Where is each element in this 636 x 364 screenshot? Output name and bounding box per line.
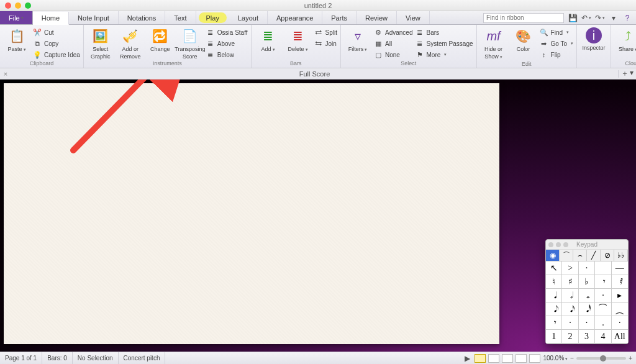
help-icon[interactable]: ?: [622, 13, 632, 23]
zoom-slider[interactable]: [576, 357, 626, 360]
split-bar-button[interactable]: ⮂Split: [314, 27, 337, 37]
keypad-cell[interactable]: ▸: [612, 289, 628, 303]
color-button[interactable]: 🎨 Color: [510, 26, 537, 52]
zoom-out-button[interactable]: −: [570, 355, 574, 362]
share-button[interactable]: ⤴ Share: [614, 26, 636, 53]
copy-button[interactable]: ⧉Copy: [33, 39, 80, 48]
keypad-cell[interactable]: ·: [562, 316, 578, 330]
view-mode-4[interactable]: [516, 354, 527, 363]
document-tab[interactable]: Full Score: [11, 70, 619, 78]
cut-button[interactable]: ✂️Cut: [33, 27, 80, 37]
keypad-cell[interactable]: ⁔: [612, 303, 628, 316]
keypad-titlebar[interactable]: Keypad: [546, 240, 628, 250]
select-graphic-button[interactable]: 🖼️ Select Graphic: [87, 26, 114, 60]
tab-note-input[interactable]: Note Input: [69, 11, 119, 24]
find-in-ribbon-input[interactable]: [483, 13, 564, 23]
advanced-select-button[interactable]: ⚙Advanced: [374, 27, 412, 37]
zoom-value[interactable]: 100.0%: [543, 355, 568, 362]
select-bars-button[interactable]: ≣Bars: [416, 27, 473, 37]
keypad-tab-2[interactable]: ⌒: [560, 250, 573, 261]
undo-icon[interactable]: ↶: [581, 13, 591, 23]
zoom-in-button[interactable]: +: [629, 355, 632, 362]
filters-button[interactable]: ▿ Filters: [344, 26, 371, 53]
tab-notations[interactable]: Notations: [119, 11, 165, 24]
ossia-staff-button[interactable]: ≣Ossia Staff: [206, 27, 248, 37]
goto-button[interactable]: ➡Go To: [540, 39, 574, 48]
inspector-button[interactable]: i Inspector: [580, 26, 607, 51]
view-mode-2[interactable]: [488, 354, 499, 363]
select-more-button[interactable]: ⚑More: [416, 50, 473, 60]
score-canvas[interactable]: Keypad ◉ ⌒ ⌢ ╱ ⊘ ♭♭ ↖>· —♮♯♭𝄾𝅀𝅘𝅥𝅗𝅥𝅝·▸𝅘𝅥𝅮…: [0, 80, 636, 352]
add-or-remove-button[interactable]: 🎺 Add or Remove: [117, 26, 144, 60]
hide-or-show-button[interactable]: mf Hide or Show: [480, 26, 507, 60]
select-all-button[interactable]: ▦All: [374, 39, 412, 48]
tab-menu-button[interactable]: ▾: [630, 68, 634, 79]
tab-file[interactable]: File: [0, 11, 33, 24]
view-mode-3[interactable]: [502, 354, 513, 363]
keypad-voice-3[interactable]: 3: [579, 330, 595, 344]
tab-text[interactable]: Text: [165, 11, 196, 24]
capture-idea-button[interactable]: 💡Capture Idea: [33, 50, 80, 60]
keypad-cell[interactable]: ·: [612, 316, 628, 330]
score-page[interactable]: [4, 83, 499, 344]
flip-button[interactable]: ↕Flip: [540, 50, 574, 60]
keypad-cell[interactable]: >: [562, 262, 578, 275]
delete-bar-button[interactable]: ≣ Delete: [284, 26, 312, 53]
find-button[interactable]: 🔍Find: [540, 27, 574, 37]
concert-pitch-button[interactable]: Concert pitch: [119, 352, 166, 364]
keypad-panel[interactable]: Keypad ◉ ⌒ ⌢ ╱ ⊘ ♭♭ ↖>· —♮♯♭𝄾𝅀𝅘𝅥𝅗𝅥𝅝·▸𝅘𝅥𝅮…: [545, 239, 629, 344]
view-mode-1[interactable]: [475, 354, 486, 363]
keypad-cell[interactable]: ♮: [546, 275, 562, 289]
tab-layout[interactable]: Layout: [229, 11, 268, 24]
select-none-button[interactable]: ▢None: [374, 50, 412, 60]
keypad-cell[interactable]: ♯: [562, 275, 578, 289]
keypad-cell[interactable]: [595, 262, 611, 275]
keypad-cell[interactable]: 𝄾: [595, 275, 611, 289]
tab-view[interactable]: View: [397, 11, 430, 24]
save-icon[interactable]: 💾: [568, 13, 578, 23]
keypad-voice-4[interactable]: 4: [595, 330, 611, 344]
keypad-tab-1[interactable]: ◉: [546, 250, 560, 261]
tab-review[interactable]: Review: [357, 11, 397, 24]
paste-button[interactable]: 📋 Paste: [3, 26, 30, 53]
keypad-voice-all[interactable]: All: [612, 330, 628, 344]
keypad-tab-5[interactable]: ⊘: [601, 250, 614, 261]
tab-home[interactable]: Home: [33, 12, 69, 25]
keypad-cell[interactable]: 𝅗𝅥: [562, 289, 578, 303]
add-staff-below-button[interactable]: ≣Below: [206, 50, 248, 60]
transposing-score-button[interactable]: 📄 Transposing Score: [176, 26, 204, 60]
keypad-cell[interactable]: 𝅘𝅥𝅰: [579, 303, 595, 316]
transport-icon[interactable]: ▶: [462, 353, 472, 363]
tab-appearance[interactable]: Appearance: [268, 11, 322, 24]
keypad-cell[interactable]: ·: [579, 316, 595, 330]
keypad-cell[interactable]: ·: [579, 262, 595, 275]
keypad-cell[interactable]: ♭: [579, 275, 595, 289]
system-passage-button[interactable]: ≣System Passage: [416, 39, 473, 48]
new-tab-button[interactable]: ＋: [621, 68, 629, 79]
view-mode-5[interactable]: [529, 354, 540, 363]
keypad-voice-2[interactable]: 2: [562, 330, 578, 344]
keypad-cell[interactable]: ⁀: [595, 303, 611, 316]
keypad-voice-1[interactable]: 1: [546, 330, 562, 344]
close-doc-tab[interactable]: ×: [0, 70, 11, 78]
keypad-tab-6[interactable]: ♭♭: [614, 250, 628, 261]
keypad-cell[interactable]: ↖: [546, 262, 562, 275]
keypad-cell[interactable]: 𝅘𝅥𝅯: [562, 303, 578, 316]
keypad-cell[interactable]: 𝅀: [612, 275, 628, 289]
join-bar-button[interactable]: ⮀Join: [314, 39, 337, 48]
keypad-cell[interactable]: 𝅘𝅥: [546, 289, 562, 303]
keypad-cell[interactable]: 𝄾: [546, 316, 562, 330]
keypad-cell[interactable]: .: [595, 316, 611, 330]
keypad-cell[interactable]: —: [612, 262, 628, 275]
add-bar-button[interactable]: ≣ Add: [255, 26, 282, 53]
tab-parts[interactable]: Parts: [322, 11, 357, 24]
change-instrument-button[interactable]: 🔁 Change: [147, 26, 174, 52]
tab-play[interactable]: Play: [199, 12, 227, 23]
keypad-cell[interactable]: 𝅘𝅥𝅮: [546, 303, 562, 316]
keypad-tab-4[interactable]: ╱: [587, 250, 601, 261]
keypad-tab-3[interactable]: ⌢: [573, 250, 587, 261]
keypad-cell[interactable]: 𝅝: [579, 289, 595, 303]
options-chevron-icon[interactable]: ▾: [609, 13, 619, 23]
keypad-cell[interactable]: ·: [595, 289, 611, 303]
add-staff-above-button[interactable]: ≣Above: [206, 39, 248, 48]
